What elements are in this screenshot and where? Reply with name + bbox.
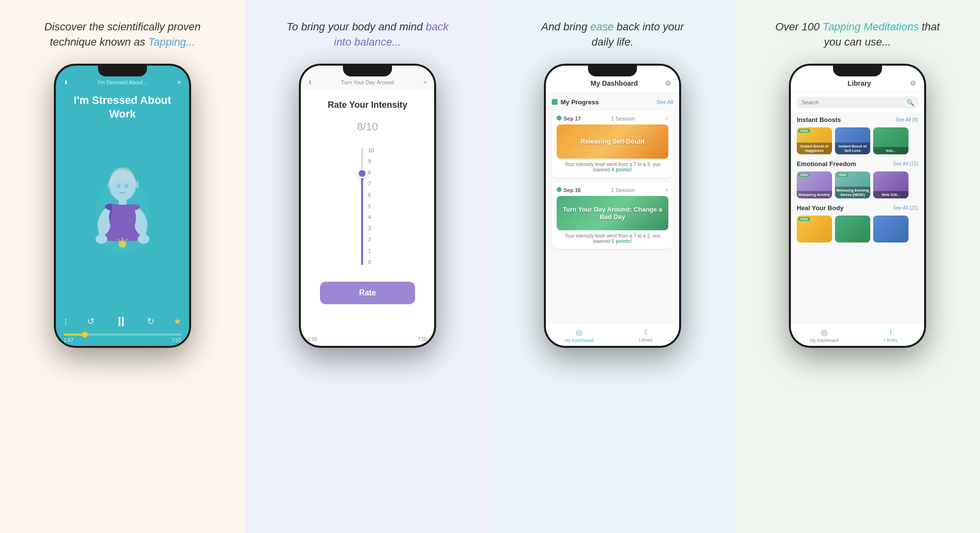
emotional-freedom-title: Emotional Freedom bbox=[797, 160, 856, 168]
slider-labels: 10 9 8 7 6 5 4 3 2 1 0 bbox=[368, 147, 374, 265]
close-icon-2[interactable]: ✕ bbox=[423, 79, 427, 86]
phone-2-notch bbox=[343, 66, 392, 76]
nav-library[interactable]: ⫶ Library bbox=[612, 328, 679, 343]
panel-1-headline: Discover the scientifically proven techn… bbox=[39, 20, 206, 50]
progress-bar[interactable] bbox=[64, 334, 181, 336]
session-note-1: Your intensity level went from a 7 to a … bbox=[557, 162, 668, 172]
panel-1-accent: Tapping... bbox=[148, 36, 195, 48]
settings-icon-4[interactable]: ⚙ bbox=[910, 79, 916, 87]
intensity-separator: /10 bbox=[363, 121, 378, 133]
session-date-2: Sep 16 bbox=[564, 187, 581, 193]
heal-body-see-all[interactable]: See All (21) bbox=[893, 205, 918, 211]
nav-library-label-4: Library bbox=[884, 338, 898, 342]
intensity-title: Rate Your Intensity bbox=[328, 100, 407, 110]
session-card-1: Sep 17 1 Session ∧ Releasing Self-Doubt … bbox=[552, 111, 673, 177]
label-2: 2 bbox=[368, 237, 374, 242]
rate-button[interactable]: Rate bbox=[320, 282, 416, 304]
note-highlight-2: 5 points! bbox=[612, 239, 632, 244]
session-thumb-1: Releasing Self-Doubt bbox=[557, 124, 668, 159]
free-badge-heal-1: FREE bbox=[798, 217, 810, 221]
see-all-progress[interactable]: See All bbox=[657, 99, 673, 105]
card-bg-heal-3 bbox=[873, 216, 908, 242]
time-current: 1:37 bbox=[64, 338, 73, 343]
lib-card-self-love[interactable]: Instant Boost of Self Love bbox=[835, 127, 870, 154]
settings-icon[interactable]: ⚙ bbox=[665, 79, 671, 87]
screen2-title: Turn Your Day Around bbox=[341, 79, 394, 85]
progress-thumb bbox=[82, 332, 88, 338]
screen3-nav: ◎ My Dashboard ⫶ Library bbox=[546, 323, 679, 346]
phone-4: Library ⚙ 🔍 Instant Boosts See All (8) bbox=[789, 64, 926, 348]
chevron-up-2[interactable]: ∧ bbox=[665, 187, 668, 193]
progress-title-text: My Progress bbox=[561, 98, 599, 106]
label-7: 7 bbox=[368, 181, 374, 187]
label-6: 6 bbox=[368, 192, 374, 198]
dashboard-title: My Dashboard bbox=[590, 79, 637, 87]
library-nav-icon-4: ⫶ bbox=[889, 328, 893, 337]
label-10: 10 bbox=[368, 147, 374, 153]
lib-card-heal-1[interactable]: FREE bbox=[797, 216, 832, 242]
phone-1: ⬇ I'm Stressed About... ✕ I'm Stressed A… bbox=[54, 64, 191, 348]
card-label-1: Instant Boost of Happiness bbox=[797, 143, 832, 154]
heal-body-section: Heal Your Body See All (21) FREE bbox=[797, 204, 918, 242]
lib-card-3[interactable]: Inst... bbox=[873, 127, 908, 154]
instant-boosts-header: Instant Boosts See All (8) bbox=[797, 116, 918, 123]
instant-boosts-title: Instant Boosts bbox=[797, 116, 841, 123]
nav-library-label: Library bbox=[639, 338, 653, 342]
lib-card-crit[interactable]: Rele Crit... bbox=[873, 171, 908, 198]
session-thumb-2: Turn Your Day Around: Change a Bad Day bbox=[557, 196, 668, 230]
progress-icon bbox=[552, 99, 558, 105]
card-bg-heal-2 bbox=[835, 216, 870, 242]
session-count-2: 1 Session bbox=[611, 187, 635, 193]
panel-4: Over 100 Tapping Meditations that you ca… bbox=[735, 0, 980, 533]
chevron-up-1[interactable]: ∧ bbox=[665, 116, 668, 121]
slider-thumb[interactable] bbox=[357, 169, 367, 178]
favorite-icon[interactable]: ★ bbox=[173, 316, 181, 327]
panel-2-headline: To bring your body and mind back into ba… bbox=[284, 20, 451, 50]
phone-2: ⬇ Turn Your Day Around ✕ Rate Your Inten… bbox=[299, 64, 436, 348]
screen2-content: Rate Your Intensity 8/10 10 9 8 bbox=[301, 90, 434, 334]
screen1-subtitle: I'm Stressed About... bbox=[98, 79, 147, 85]
screen-1: ⬇ I'm Stressed About... ✕ I'm Stressed A… bbox=[56, 66, 189, 346]
download-icon-2: ⬇ bbox=[308, 79, 312, 86]
search-input[interactable] bbox=[797, 97, 918, 108]
library-body: Instant Boosts See All (8) FREE Instant … bbox=[791, 112, 924, 323]
pause-button[interactable]: ⏸ bbox=[114, 314, 128, 330]
screen-2: ⬇ Turn Your Day Around ✕ Rate Your Inten… bbox=[301, 66, 434, 346]
screen1-illustration bbox=[56, 123, 189, 308]
card-label-evening: Releasing Evening Stress (NEW!) bbox=[835, 187, 870, 198]
slider-container[interactable]: 10 9 8 7 6 5 4 3 2 1 0 bbox=[361, 143, 374, 270]
nav-dashboard-label: My Dashboard bbox=[565, 338, 594, 343]
thumb-bg-orange-1: Releasing Self-Doubt bbox=[557, 124, 668, 159]
close-icon[interactable]: ✕ bbox=[177, 79, 181, 86]
nav-dashboard-4[interactable]: ◎ My Dashboard bbox=[791, 328, 858, 343]
svg-point-3 bbox=[124, 184, 128, 189]
time-current-2: 2:05 bbox=[308, 337, 317, 342]
note-highlight-1: 4 points! bbox=[612, 167, 632, 172]
lib-card-heal-2[interactable] bbox=[835, 216, 870, 242]
lib-card-anxiety[interactable]: FREE Releasing Anxiety bbox=[797, 171, 832, 198]
nav-dashboard[interactable]: ◎ My Dashboard bbox=[546, 328, 612, 343]
thumb-bg-green-2: Turn Your Day Around: Change a Bad Day bbox=[557, 196, 668, 230]
rewind-icon[interactable]: ↺ bbox=[87, 316, 95, 327]
progress-section-title: My Progress bbox=[552, 98, 599, 106]
session-count-1: 1 Session bbox=[611, 116, 635, 121]
label-8: 8 bbox=[368, 170, 374, 175]
status-dot-1 bbox=[557, 116, 562, 121]
meditation-figure bbox=[83, 162, 162, 269]
instant-boosts-see-all[interactable]: See All (8) bbox=[896, 117, 918, 122]
nav-library-4[interactable]: ⫶ Library bbox=[858, 328, 924, 343]
panel-4-accent: Tapping Meditations bbox=[823, 21, 919, 33]
intensity-value: 8 bbox=[357, 121, 363, 133]
screen-4: Library ⚙ 🔍 Instant Boosts See All (8) bbox=[791, 66, 924, 346]
panel-1: Discover the scientifically proven techn… bbox=[0, 0, 245, 533]
slider-track[interactable] bbox=[361, 147, 363, 265]
forward-icon[interactable]: ↻ bbox=[147, 316, 154, 327]
lib-card-heal-3[interactable] bbox=[873, 216, 908, 242]
svg-point-2 bbox=[117, 184, 121, 189]
phone-4-screen: Library ⚙ 🔍 Instant Boosts See All (8) bbox=[791, 66, 924, 346]
lib-card-happiness[interactable]: FREE Instant Boost of Happiness bbox=[797, 127, 832, 154]
emotional-freedom-see-all[interactable]: See All (15) bbox=[893, 161, 918, 167]
lib-card-evening-stress[interactable]: FREE Releasing Evening Stress (NEW!) bbox=[835, 171, 870, 198]
svg-point-8 bbox=[120, 242, 125, 246]
equalizer-icon[interactable]: ⫶ bbox=[64, 316, 68, 327]
